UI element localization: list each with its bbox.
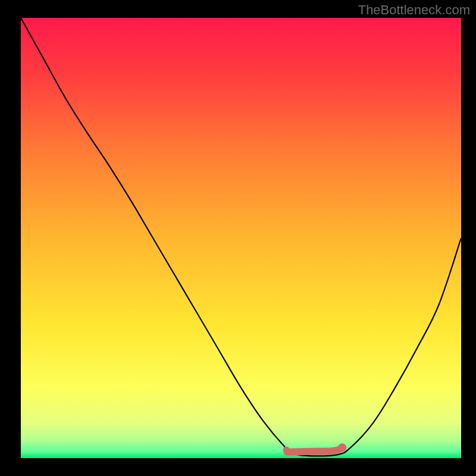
chart-container: TheBottleneck.com bbox=[0, 0, 476, 476]
watermark-text: TheBottleneck.com bbox=[358, 2, 470, 18]
bottleneck-chart bbox=[0, 0, 476, 476]
svg-point-1 bbox=[338, 443, 346, 452]
svg-point-0 bbox=[283, 446, 290, 453]
plot-background bbox=[21, 18, 461, 458]
